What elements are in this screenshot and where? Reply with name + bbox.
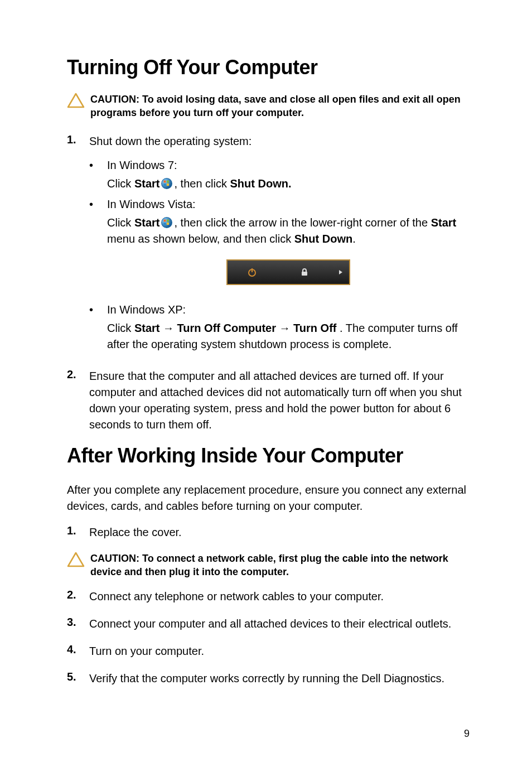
list-marker: 2. — [67, 368, 79, 433]
page-number: 9 — [464, 728, 470, 740]
svg-rect-15 — [302, 272, 307, 276]
text: Click — [107, 177, 134, 190]
svg-marker-17 — [68, 553, 84, 566]
heading-after-working: After Working Inside Your Computer — [67, 444, 470, 467]
win7-instruction: Click Start, then click Shut Down. — [107, 176, 470, 192]
win7-label: In Windows 7: — [107, 159, 177, 171]
caution-block-2: CAUTION: To connect a network cable, fir… — [67, 552, 470, 579]
steps-list-2: 1. Replace the cover. — [67, 524, 470, 541]
vista-label: In Windows Vista: — [107, 198, 196, 210]
text: . — [352, 233, 356, 245]
step-3b: 3. Connect your computer and all attache… — [67, 616, 470, 632]
list-marker: 5. — [67, 671, 79, 687]
svg-marker-16 — [339, 270, 342, 274]
arrow: → — [159, 322, 177, 334]
vista-power-segment — [228, 261, 278, 284]
svg-rect-9 — [164, 219, 166, 221]
windows-start-orb-icon — [161, 216, 173, 229]
chevron-right-icon — [338, 269, 344, 275]
bullet-vista: • In Windows Vista: Click Start, then cl… — [89, 196, 470, 297]
step-1b: 1. Replace the cover. — [67, 524, 470, 541]
list-marker: 1. — [67, 133, 79, 357]
bullet-xp: • In Windows XP: Click Start → Turn Off … — [89, 302, 470, 353]
steps-list-2b: 2. Connect any telephone or network cabl… — [67, 589, 470, 687]
list-marker: 2. — [67, 589, 79, 605]
section2-intro: After you complete any replacement proce… — [67, 482, 470, 514]
step-2: 2. Ensure that the computer and all atta… — [67, 368, 470, 433]
arrow: → — [276, 322, 293, 334]
vista-lock-segment — [277, 261, 333, 284]
turn-off-computer-label: Turn Off Computer — [177, 322, 276, 334]
text: , then click the arrow in the lower-righ… — [174, 216, 431, 229]
list-marker: 4. — [67, 643, 79, 659]
steps-list-1: 1. Shut down the operating system: • In … — [67, 133, 470, 433]
step-content: Ensure that the computer and all attache… — [89, 368, 470, 433]
svg-rect-12 — [167, 223, 169, 225]
vista-arrow-segment — [332, 261, 349, 284]
step-content: Connect your computer and all attached d… — [89, 616, 470, 632]
list-marker: 3. — [67, 616, 79, 632]
vista-instruction: Click Start, then click the arrow in the… — [107, 215, 470, 247]
caution-text-2: CAUTION: To connect a network cable, fir… — [90, 552, 470, 579]
power-icon — [247, 267, 257, 277]
os-bullet-list: • In Windows 7: Click Start, then click … — [89, 157, 470, 353]
step-content: Replace the cover. — [89, 524, 470, 541]
bullet-dot: • — [89, 157, 97, 192]
caution-triangle-icon — [67, 552, 85, 567]
shutdown-label: Shut Down — [294, 233, 352, 245]
shutdown-label: Shut Down. — [230, 177, 292, 190]
bullet-content: In Windows XP: Click Start → Turn Off Co… — [107, 302, 470, 353]
step-2b: 2. Connect any telephone or network cabl… — [67, 589, 470, 605]
svg-rect-10 — [167, 219, 169, 221]
step-content: Shut down the operating system: • In Win… — [89, 133, 470, 357]
vista-shutdown-bar-illustration — [226, 259, 350, 285]
svg-rect-11 — [164, 223, 166, 225]
step-content: Turn on your computer. — [89, 643, 470, 659]
xp-instruction: Click Start → Turn Off Computer → Turn O… — [107, 320, 470, 353]
bullet-win7: • In Windows 7: Click Start, then click … — [89, 157, 470, 192]
svg-marker-0 — [68, 94, 84, 107]
start-label: Start — [134, 177, 160, 190]
caution-block-1: CAUTION: To avoid losing data, save and … — [67, 93, 470, 120]
text: menu as shown below, and then click — [107, 233, 294, 245]
list-marker: 1. — [67, 524, 79, 541]
text: Click — [107, 216, 134, 229]
svg-rect-5 — [164, 184, 166, 186]
bullet-dot: • — [89, 196, 97, 297]
bullet-dot: • — [89, 302, 97, 353]
text: Click — [107, 322, 134, 334]
step-content: Connect any telephone or network cables … — [89, 589, 470, 605]
bullet-content: In Windows Vista: Click Start, then clic… — [107, 196, 470, 297]
svg-rect-4 — [167, 180, 169, 182]
start-label: Start — [134, 216, 160, 229]
svg-rect-6 — [167, 184, 169, 186]
caution-text-1: CAUTION: To avoid losing data, save and … — [90, 93, 470, 120]
step-1: 1. Shut down the operating system: • In … — [67, 133, 470, 357]
text: , then click — [174, 177, 230, 190]
turn-off-label: Turn Off — [293, 322, 340, 334]
step-4b: 4. Turn on your computer. — [67, 643, 470, 659]
windows-start-orb-icon — [161, 177, 173, 190]
xp-label: In Windows XP: — [107, 303, 186, 316]
step-content: Verify that the computer works correctly… — [89, 671, 470, 687]
bullet-content: In Windows 7: Click Start, then click Sh… — [107, 157, 470, 192]
heading-turning-off: Turning Off Your Computer — [67, 56, 470, 79]
start-label-2: Start — [431, 216, 457, 229]
caution-triangle-icon — [67, 93, 85, 108]
svg-rect-3 — [164, 180, 166, 182]
start-label: Start — [134, 322, 160, 334]
step-1-intro: Shut down the operating system: — [89, 135, 252, 147]
lock-icon — [300, 268, 309, 277]
step-5b: 5. Verify that the computer works correc… — [67, 671, 470, 687]
document-page: Turning Off Your Computer CAUTION: To av… — [0, 0, 532, 762]
